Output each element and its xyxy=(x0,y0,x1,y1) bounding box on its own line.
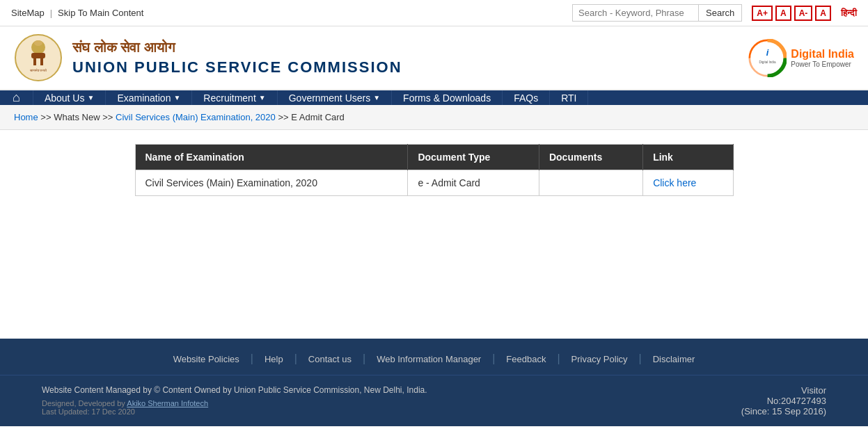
top-bar: SiteMap | Skip To Main Content Search A+… xyxy=(0,0,868,26)
svg-point-2 xyxy=(34,40,42,46)
documents-cell xyxy=(539,170,642,196)
breadcrumb-current: E Admit Card xyxy=(291,112,345,122)
footer-managed-text: Website Content Managed by © Content Own… xyxy=(42,385,427,395)
table-row: Civil Services (Main) Examination, 2020 … xyxy=(135,170,733,196)
nav-rti[interactable]: RTI xyxy=(550,90,588,105)
search-input[interactable] xyxy=(573,5,698,21)
svg-rect-4 xyxy=(33,58,36,65)
chevron-down-icon: ▼ xyxy=(259,94,266,102)
top-bar-right: Search A+ A A- A हिन्दी xyxy=(572,4,857,22)
svg-text:सत्यमेव जयते: सत्यमेव जयते xyxy=(29,68,47,72)
digital-india-subtext: Power To Empower xyxy=(791,60,854,68)
link-cell: Click here xyxy=(643,170,733,196)
font-default-button[interactable]: A xyxy=(775,6,791,21)
visitor-since: (Since: 15 Sep 2016) xyxy=(741,406,826,416)
header: सत्यमेव जयते संघ लोक सेवा आयोग UNION PUB… xyxy=(0,26,868,90)
footer-web-info-manager[interactable]: Web Information Manager xyxy=(365,354,492,364)
search-box: Search xyxy=(572,4,742,22)
font-size-controls: A+ A A- A xyxy=(752,6,831,21)
footer-designed-text: Designed, Developed by Akiko Sherman Inf… xyxy=(42,399,427,407)
footer-help[interactable]: Help xyxy=(253,354,294,364)
examination-table: Name of Examination Document Type Docume… xyxy=(135,144,734,196)
search-button[interactable]: Search xyxy=(698,5,741,21)
footer-updated-text: Last Updated: 17 Dec 2020 xyxy=(42,407,427,416)
digital-india-logo: i Digital India Digital India Power To E… xyxy=(748,39,854,77)
hindi-link[interactable]: हिन्दी xyxy=(841,8,857,19)
digital-india-text: Digital India xyxy=(791,48,854,60)
svg-rect-3 xyxy=(31,53,45,58)
footer: Website Policies | Help | Contact us | W… xyxy=(0,339,868,426)
chevron-down-icon: ▼ xyxy=(173,94,180,102)
footer-contact-us[interactable]: Contact us xyxy=(297,354,363,364)
svg-text:i: i xyxy=(766,47,769,57)
org-name-english: UNION PUBLIC SERVICE COMMISSION xyxy=(72,58,402,76)
header-right: i Digital India Digital India Power To E… xyxy=(748,39,854,77)
nav-recruitment[interactable]: Recruitment ▼ xyxy=(192,90,277,105)
visitor-number: No:204727493 xyxy=(741,396,826,406)
org-name: संघ लोक सेवा आयोग UNION PUBLIC SERVICE C… xyxy=(72,40,402,76)
nav-examination[interactable]: Examination ▼ xyxy=(106,90,192,105)
nav-government-users[interactable]: Government Users ▼ xyxy=(278,90,392,105)
chevron-down-icon: ▼ xyxy=(373,94,380,102)
nav-forms-downloads[interactable]: Forms & Downloads xyxy=(392,90,503,105)
emblem-icon: सत्यमेव जयते xyxy=(14,33,63,82)
breadcrumb-civil-services[interactable]: Civil Services (Main) Examination, 2020 xyxy=(116,112,276,122)
header-left: सत्यमेव जयते संघ लोक सेवा आयोग UNION PUB… xyxy=(14,33,402,82)
col-header-link: Link xyxy=(643,145,733,170)
main-nav: ⌂ About Us ▼ Examination ▼ Recruitment ▼… xyxy=(0,90,868,105)
font-reset-button[interactable]: A xyxy=(815,6,831,21)
footer-bottom: Website Content Managed by © Content Own… xyxy=(0,375,868,426)
col-header-name: Name of Examination xyxy=(135,145,408,170)
chevron-down-icon: ▼ xyxy=(87,94,94,102)
org-name-hindi: संघ लोक सेवा आयोग xyxy=(72,40,402,56)
footer-designer-link[interactable]: Akiko Sherman Infotech xyxy=(127,399,208,407)
breadcrumb-home[interactable]: Home xyxy=(14,112,38,122)
footer-visitor-info: Visitor No:204727493 (Since: 15 Sep 2016… xyxy=(741,385,826,416)
breadcrumb-whats-new: Whats New xyxy=(54,112,100,122)
exam-name-cell: Civil Services (Main) Examination, 2020 xyxy=(135,170,408,196)
nav-faqs[interactable]: FAQs xyxy=(503,90,550,105)
footer-feedback[interactable]: Feedback xyxy=(495,354,557,364)
font-smaller-button[interactable]: A- xyxy=(794,6,813,21)
click-here-link[interactable]: Click here xyxy=(653,177,696,188)
breadcrumb: Home >> Whats New >> Civil Services (Mai… xyxy=(0,105,868,130)
footer-links: Website Policies | Help | Contact us | W… xyxy=(0,353,868,375)
svg-rect-5 xyxy=(40,58,43,65)
main-content: Name of Examination Document Type Docume… xyxy=(0,130,868,325)
col-header-doc-type: Document Type xyxy=(408,145,539,170)
doc-type-cell: e - Admit Card xyxy=(408,170,539,196)
table-header-row: Name of Examination Document Type Docume… xyxy=(135,145,733,170)
nav-home-button[interactable]: ⌂ xyxy=(0,90,33,105)
font-larger-button[interactable]: A+ xyxy=(752,6,773,21)
visitor-label: Visitor xyxy=(741,385,826,396)
footer-bottom-left: Website Content Managed by © Content Own… xyxy=(42,385,427,416)
sitemap-link[interactable]: SiteMap xyxy=(11,8,45,18)
top-bar-left: SiteMap | Skip To Main Content xyxy=(11,8,143,18)
footer-disclaimer[interactable]: Disclaimer xyxy=(642,354,707,364)
footer-privacy-policy[interactable]: Privacy Policy xyxy=(560,354,639,364)
footer-website-policies[interactable]: Website Policies xyxy=(162,354,251,364)
digital-india-icon: i Digital India xyxy=(748,39,787,77)
nav-about-us[interactable]: About Us ▼ xyxy=(33,90,106,105)
skip-main-link[interactable]: Skip To Main Content xyxy=(58,8,143,18)
col-header-documents: Documents xyxy=(539,145,642,170)
svg-text:Digital India: Digital India xyxy=(759,60,776,63)
